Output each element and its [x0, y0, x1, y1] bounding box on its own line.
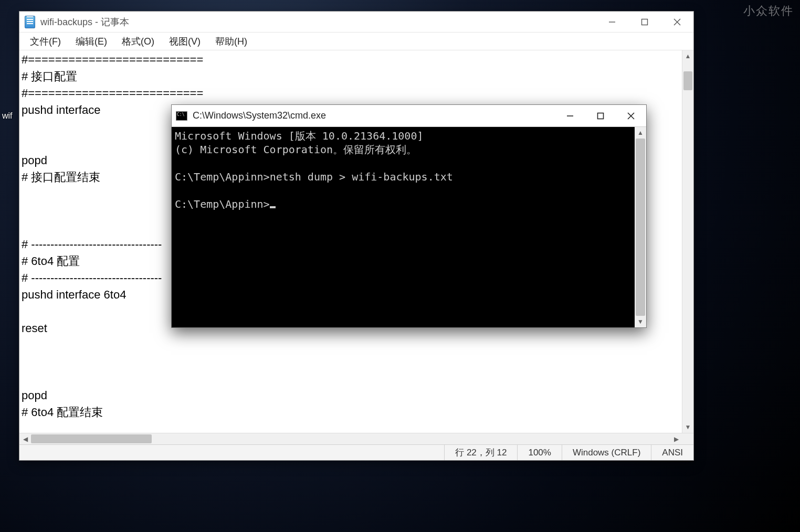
notepad-menubar: 文件(F) 编辑(E) 格式(O) 视图(V) 帮助(H)	[19, 33, 693, 50]
scroll-left-icon[interactable]: ◀	[19, 433, 31, 444]
status-position: 行 22，列 12	[444, 445, 517, 460]
cmd-maximize-button[interactable]	[585, 105, 616, 126]
maximize-button[interactable]	[628, 12, 661, 32]
notepad-horizontal-scrollbar[interactable]: ◀ ▶	[19, 433, 693, 444]
scroll-thumb-h[interactable]	[31, 434, 152, 443]
svg-rect-5	[598, 113, 604, 119]
scroll-up-icon[interactable]: ▲	[635, 127, 646, 139]
cmd-body: Microsoft Windows [版本 10.0.21364.1000] (…	[172, 127, 646, 327]
notepad-titlebar[interactable]: wifi-backups - 记事本	[19, 12, 693, 33]
maximize-icon	[641, 18, 648, 26]
scroll-thumb[interactable]	[683, 71, 692, 90]
scroll-track[interactable]	[635, 139, 646, 316]
minimize-icon	[566, 112, 574, 120]
cmd-cursor	[270, 206, 276, 208]
scroll-track-h[interactable]	[31, 433, 670, 444]
scrollbar-corner	[682, 433, 693, 444]
cmd-text-area[interactable]: Microsoft Windows [版本 10.0.21364.1000] (…	[172, 127, 635, 327]
status-encoding: ANSI	[651, 445, 693, 460]
maximize-icon	[597, 112, 604, 120]
menu-format[interactable]: 格式(O)	[114, 33, 162, 50]
cmd-close-button[interactable]	[616, 105, 646, 126]
cmd-banner-1: Microsoft Windows [版本 10.0.21364.1000]	[175, 130, 423, 142]
notepad-statusbar: 行 22，列 12 100% Windows (CRLF) ANSI	[19, 444, 693, 460]
cmd-banner-2: (c) Microsoft Corporation。保留所有权利。	[175, 143, 417, 156]
close-button[interactable]	[661, 12, 693, 32]
notepad-vertical-scrollbar[interactable]: ▲ ▼	[682, 50, 693, 433]
cmd-window-controls	[555, 105, 646, 126]
minimize-button[interactable]	[596, 12, 628, 32]
desktop: 小众软件 wif wifi-backups - 记事本 文件(F) 编辑(E) …	[0, 0, 800, 532]
scroll-thumb[interactable]	[636, 139, 645, 316]
status-line-ending: Windows (CRLF)	[562, 445, 651, 460]
cmd-vertical-scrollbar[interactable]: ▲ ▼	[635, 127, 646, 327]
notepad-icon	[25, 16, 35, 28]
menu-view[interactable]: 视图(V)	[162, 33, 208, 50]
notepad-title: wifi-backups - 记事本	[40, 16, 596, 28]
minimize-icon	[608, 18, 616, 26]
cmd-prompt-1: C:\Temp\Appinn>	[175, 171, 270, 183]
cmd-window: C:\Windows\System32\cmd.exe Microsoft Wi…	[171, 104, 647, 328]
cmd-minimize-button[interactable]	[555, 105, 585, 126]
notepad-window-controls	[596, 12, 693, 32]
cmd-prompt-2: C:\Temp\Appinn>	[175, 198, 270, 210]
svg-rect-1	[642, 19, 648, 25]
cmd-title: C:\Windows\System32\cmd.exe	[193, 110, 555, 121]
watermark-text: 小众软件	[743, 3, 794, 19]
menu-help[interactable]: 帮助(H)	[208, 33, 255, 50]
cmd-command-1: netsh dump > wifi-backups.txt	[270, 171, 453, 183]
close-icon	[673, 18, 681, 26]
status-zoom: 100%	[517, 445, 561, 460]
scroll-track[interactable]	[682, 62, 693, 421]
menu-edit[interactable]: 编辑(E)	[68, 33, 114, 50]
cmd-icon	[176, 111, 187, 121]
close-icon	[627, 112, 635, 120]
scroll-down-icon[interactable]: ▼	[682, 421, 693, 433]
scroll-down-icon[interactable]: ▼	[635, 316, 646, 327]
scroll-up-icon[interactable]: ▲	[682, 50, 693, 62]
cmd-titlebar[interactable]: C:\Windows\System32\cmd.exe	[172, 105, 646, 127]
menu-file[interactable]: 文件(F)	[23, 33, 68, 50]
scroll-right-icon[interactable]: ▶	[670, 433, 682, 444]
desktop-icon-label[interactable]: wif	[2, 111, 13, 121]
